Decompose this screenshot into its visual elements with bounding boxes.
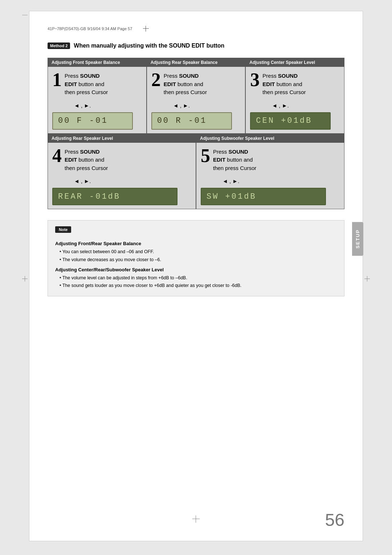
step-5-box: Adjusting Subwoofer Speaker Level 5 Pres… <box>196 134 344 210</box>
step-2-content: 2 Press SOUNDEDIT button andthen press C… <box>147 67 245 133</box>
method-title: When manually adjusting with the SOUND E… <box>74 42 224 49</box>
note-section2-item2: The sound gets louder as you move closer… <box>60 282 337 289</box>
page: 41P~78P(DS470)-GB 9/16/04 9:34 AM Page 5… <box>29 11 363 541</box>
step-2-number: 2 <box>151 70 161 89</box>
step-5-content: 5 Press SOUNDEDIT button andthen press C… <box>196 143 344 209</box>
step-3-instruction: 3 Press SOUNDEDIT button andthen press C… <box>250 72 340 97</box>
steps-top-grid: Adjusting Front Speaker Balance 1 Press … <box>48 58 344 134</box>
method-badge: Method 2 <box>48 42 70 49</box>
step-4-lcd: REAR -01dB <box>52 188 177 205</box>
step-3-header: Adjusting Center Speaker Level <box>246 58 344 67</box>
step-1-content: 1 Press SOUNDEDIT button andthen press C… <box>48 67 146 133</box>
step-1-text: Press SOUNDEDIT button andthen press Cur… <box>65 72 108 97</box>
step-5-instruction: 5 Press SOUNDEDIT button andthen press C… <box>201 148 340 173</box>
step-5-number: 5 <box>201 146 210 165</box>
step-1-header: Adjusting Front Speaker Balance <box>48 58 146 67</box>
step-5-header: Adjusting Subwoofer Speaker Level <box>196 134 344 143</box>
step-2-box: Adjusting Rear Speaker Balance 2 Press S… <box>147 58 246 134</box>
note-section1-item2: The volume decreases as you move closer … <box>60 256 337 263</box>
note-section2-item1: The volume level can be adjusted in step… <box>60 275 337 281</box>
step-3-text: Press SOUNDEDIT button andthen press Cur… <box>262 72 306 97</box>
step-1-cursor: ◄ , ►. <box>74 102 142 109</box>
note-section1-item1: You can select between 00 and –06 and OF… <box>60 248 337 255</box>
step-3-cursor: ◄ , ►. <box>272 102 340 109</box>
step-4-box: Adjusting Rear Speaker Level 4 Press SOU… <box>48 134 196 210</box>
steps-bottom-grid: Adjusting Rear Speaker Level 4 Press SOU… <box>48 134 344 210</box>
bottom-crosshair-icon <box>192 515 200 523</box>
step-4-cursor: ◄ , ►. <box>74 178 191 184</box>
step-3-box: Adjusting Center Speaker Level 3 Press S… <box>245 58 344 134</box>
step-4-number: 4 <box>52 146 62 165</box>
step-2-instruction: 2 Press SOUNDEDIT button andthen press C… <box>151 72 241 97</box>
step-5-text: Press SOUNDEDIT button andthen press Cur… <box>213 148 256 173</box>
top-crosshair-icon <box>143 26 149 32</box>
step-2-cursor: ◄ , ►. <box>173 102 241 109</box>
step-4-content: 4 Press SOUNDEDIT button andthen press C… <box>48 143 196 209</box>
note-section1-heading: Adjusting Front/Rear Speaker Balance <box>55 241 337 246</box>
page-number: 56 <box>325 510 344 530</box>
step-1-box: Adjusting Front Speaker Balance 1 Press … <box>48 58 147 134</box>
method-heading: Method 2 When manually adjusting with th… <box>48 42 344 49</box>
header-meta: 41P~78P(DS470)-GB 9/16/04 9:34 AM Page 5… <box>48 26 344 32</box>
step-5-cursor: ◄ , ►. <box>222 178 340 184</box>
step-1-number: 1 <box>52 70 62 89</box>
setup-tab: SETUP <box>352 222 363 256</box>
step-4-header: Adjusting Rear Speaker Level <box>48 134 196 143</box>
step-3-number: 3 <box>250 70 260 89</box>
step-2-lcd: 00 R -01 <box>151 112 232 130</box>
step-3-lcd: CEN +01dB <box>250 112 331 130</box>
step-1-instruction: 1 Press SOUNDEDIT button andthen press C… <box>52 72 142 97</box>
step-2-header: Adjusting Rear Speaker Balance <box>147 58 245 67</box>
note-section: Note Adjusting Front/Rear Speaker Balanc… <box>48 220 344 296</box>
left-crosshair <box>22 276 28 281</box>
step-1-lcd: 00 F -01 <box>52 112 133 130</box>
note-section2-heading: Adjusting Center/Rear/Subwoofer Speaker … <box>55 267 337 272</box>
step-5-lcd: SW +01dB <box>201 188 326 205</box>
step-4-text: Press SOUNDEDIT button andthen press Cur… <box>65 148 108 173</box>
step-4-instruction: 4 Press SOUNDEDIT button andthen press C… <box>52 148 191 173</box>
note-badge: Note <box>55 226 71 233</box>
step-3-content: 3 Press SOUNDEDIT button andthen press C… <box>246 67 344 133</box>
right-crosshair <box>364 276 370 281</box>
header-meta-text: 41P~78P(DS470)-GB 9/16/04 9:34 AM Page 5… <box>48 27 132 31</box>
step-2-text: Press SOUNDEDIT button andthen press Cur… <box>164 72 207 97</box>
